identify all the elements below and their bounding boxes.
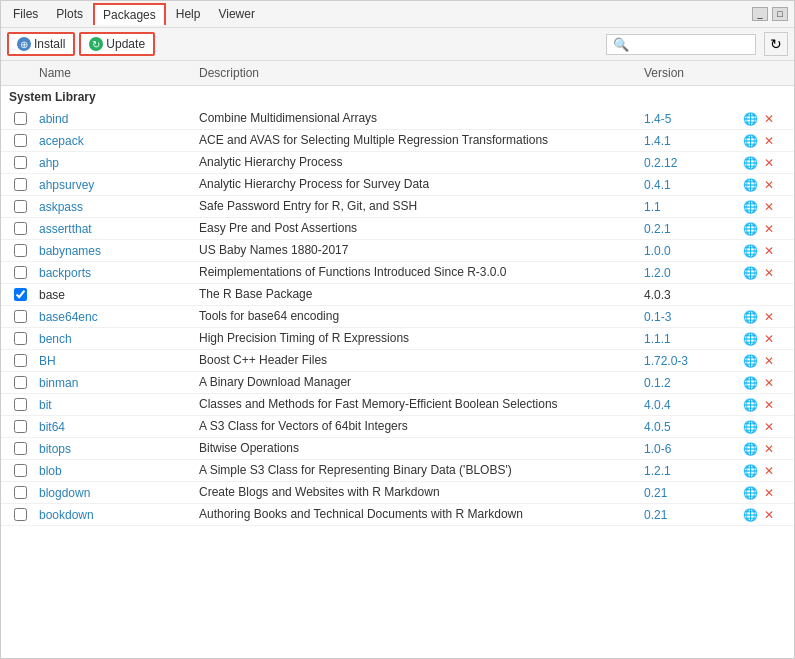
package-actions: 🌐✕ — [740, 352, 790, 370]
globe-icon[interactable]: 🌐 — [742, 309, 758, 325]
package-description: Analytic Hierarchy Process — [195, 154, 640, 172]
globe-icon[interactable]: 🌐 — [742, 397, 758, 413]
globe-icon[interactable]: 🌐 — [742, 199, 758, 215]
package-version: 0.2.12 — [640, 155, 740, 171]
remove-icon[interactable]: ✕ — [761, 265, 777, 281]
package-checkbox[interactable] — [14, 442, 27, 455]
remove-icon[interactable]: ✕ — [761, 353, 777, 369]
globe-icon[interactable]: 🌐 — [742, 441, 758, 457]
globe-icon[interactable]: 🌐 — [742, 243, 758, 259]
package-name[interactable]: ahp — [35, 155, 195, 171]
table-row: bitClasses and Methods for Fast Memory-E… — [1, 394, 794, 416]
package-name[interactable]: bench — [35, 331, 195, 347]
menu-help[interactable]: Help — [168, 4, 209, 24]
package-name[interactable]: backports — [35, 265, 195, 281]
refresh-button[interactable]: ↻ — [764, 32, 788, 56]
package-checkbox[interactable] — [14, 200, 27, 213]
globe-icon[interactable]: 🌐 — [742, 419, 758, 435]
remove-icon[interactable]: ✕ — [761, 243, 777, 259]
package-name[interactable]: bookdown — [35, 507, 195, 523]
package-version: 0.1.2 — [640, 375, 740, 391]
package-checkbox-cell — [5, 332, 35, 345]
package-checkbox[interactable] — [14, 376, 27, 389]
remove-icon[interactable]: ✕ — [761, 463, 777, 479]
package-name[interactable]: base64enc — [35, 309, 195, 325]
package-checkbox[interactable] — [14, 244, 27, 257]
package-name[interactable]: bit64 — [35, 419, 195, 435]
remove-icon[interactable]: ✕ — [761, 485, 777, 501]
remove-icon[interactable]: ✕ — [761, 331, 777, 347]
remove-icon[interactable]: ✕ — [761, 199, 777, 215]
remove-icon[interactable]: ✕ — [761, 375, 777, 391]
package-checkbox[interactable] — [14, 310, 27, 323]
globe-icon[interactable]: 🌐 — [742, 265, 758, 281]
remove-icon[interactable]: ✕ — [761, 177, 777, 193]
menu-plots[interactable]: Plots — [48, 4, 91, 24]
globe-icon[interactable]: 🌐 — [742, 155, 758, 171]
package-checkbox[interactable] — [14, 464, 27, 477]
update-label: Update — [106, 37, 145, 51]
remove-icon[interactable]: ✕ — [761, 419, 777, 435]
globe-icon[interactable]: 🌐 — [742, 221, 758, 237]
remove-icon[interactable]: ✕ — [761, 507, 777, 523]
maximize-button[interactable]: □ — [772, 7, 788, 21]
table-row: ahpsurveyAnalytic Hierarchy Process for … — [1, 174, 794, 196]
globe-icon[interactable]: 🌐 — [742, 353, 758, 369]
package-checkbox[interactable] — [14, 508, 27, 521]
globe-icon[interactable]: 🌐 — [742, 111, 758, 127]
menu-files[interactable]: Files — [5, 4, 46, 24]
menu-packages[interactable]: Packages — [93, 3, 166, 25]
package-name[interactable]: bit — [35, 397, 195, 413]
package-checkbox[interactable] — [14, 288, 27, 301]
remove-icon[interactable]: ✕ — [761, 111, 777, 127]
remove-icon[interactable]: ✕ — [761, 155, 777, 171]
remove-icon[interactable]: ✕ — [761, 397, 777, 413]
menu-viewer[interactable]: Viewer — [210, 4, 262, 24]
update-button[interactable]: ↻ Update — [79, 32, 155, 56]
package-checkbox[interactable] — [14, 266, 27, 279]
minimize-button[interactable]: _ — [752, 7, 768, 21]
package-checkbox[interactable] — [14, 222, 27, 235]
globe-icon[interactable]: 🌐 — [742, 331, 758, 347]
package-checkbox[interactable] — [14, 332, 27, 345]
globe-icon[interactable]: 🌐 — [742, 177, 758, 193]
table-row: assertthatEasy Pre and Post Assertions0.… — [1, 218, 794, 240]
package-checkbox[interactable] — [14, 112, 27, 125]
header-name: Name — [35, 64, 195, 82]
remove-icon[interactable]: ✕ — [761, 133, 777, 149]
package-checkbox[interactable] — [14, 420, 27, 433]
package-name[interactable]: blob — [35, 463, 195, 479]
install-button[interactable]: ⊕ Install — [7, 32, 75, 56]
globe-icon[interactable]: 🌐 — [742, 463, 758, 479]
package-name[interactable]: assertthat — [35, 221, 195, 237]
remove-icon[interactable]: ✕ — [761, 309, 777, 325]
remove-icon[interactable]: ✕ — [761, 221, 777, 237]
package-name[interactable]: blogdown — [35, 485, 195, 501]
package-checkbox[interactable] — [14, 486, 27, 499]
package-version: 1.2.1 — [640, 463, 740, 479]
globe-icon[interactable]: 🌐 — [742, 375, 758, 391]
package-name[interactable]: babynames — [35, 243, 195, 259]
globe-icon[interactable]: 🌐 — [742, 485, 758, 501]
package-name[interactable]: acepack — [35, 133, 195, 149]
package-checkbox[interactable] — [14, 178, 27, 191]
globe-icon[interactable]: 🌐 — [742, 133, 758, 149]
table-row: bit64A S3 Class for Vectors of 64bit Int… — [1, 416, 794, 438]
package-name[interactable]: binman — [35, 375, 195, 391]
package-checkbox[interactable] — [14, 134, 27, 147]
package-actions: 🌐✕ — [740, 264, 790, 282]
header-actions — [740, 64, 790, 82]
search-input[interactable] — [629, 37, 749, 51]
package-name[interactable]: askpass — [35, 199, 195, 215]
remove-icon[interactable]: ✕ — [761, 441, 777, 457]
package-name[interactable]: abind — [35, 111, 195, 127]
package-name[interactable]: bitops — [35, 441, 195, 457]
package-checkbox[interactable] — [14, 156, 27, 169]
package-checkbox[interactable] — [14, 398, 27, 411]
package-name[interactable]: BH — [35, 353, 195, 369]
package-description: Reimplementations of Functions Introduce… — [195, 264, 640, 282]
package-name[interactable]: ahpsurvey — [35, 177, 195, 193]
search-box: 🔍 — [606, 34, 756, 55]
globe-icon[interactable]: 🌐 — [742, 507, 758, 523]
package-checkbox[interactable] — [14, 354, 27, 367]
